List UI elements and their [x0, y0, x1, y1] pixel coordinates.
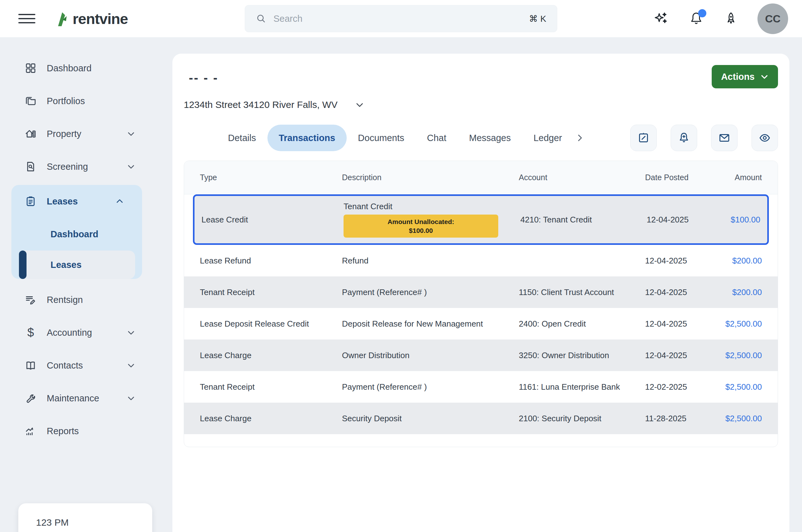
cell-description: Security Deposit	[342, 414, 519, 423]
table-row[interactable]: Lease Deposit Release CreditDeposit Rele…	[184, 308, 778, 340]
sidebar-label: Dashboard	[47, 63, 92, 74]
maintenance-wrench-icon	[24, 392, 37, 405]
mail-icon	[718, 131, 731, 145]
sidebar-footer-clock: 123 PM	[18, 503, 152, 532]
tab-ledger[interactable]: Ledger	[522, 125, 573, 151]
user-avatar[interactable]: CC	[758, 3, 788, 34]
edit-note-button[interactable]	[630, 125, 657, 151]
cell-account: 2400: Open Credit	[519, 319, 645, 329]
topbar: rentvine ⌘ K	[0, 0, 802, 37]
accounting-dollar-icon: $	[24, 326, 37, 339]
sidebar-item-property[interactable]: Property	[0, 117, 153, 150]
cell-amount[interactable]: $2,500.00	[724, 319, 762, 329]
sparkles-icon	[654, 11, 669, 26]
chevron-down-icon	[127, 361, 135, 369]
table-row[interactable]: Lease ChargeOwner Distribution3250: Owne…	[184, 340, 778, 371]
rentvine-logo[interactable]: rentvine	[53, 10, 128, 27]
whats-new-button[interactable]	[723, 11, 739, 27]
actions-label: Actions	[721, 72, 755, 82]
tab-transactions[interactable]: Transactions	[268, 125, 347, 151]
global-search[interactable]: ⌘ K	[245, 5, 557, 32]
ai-assistant-button[interactable]	[653, 11, 670, 27]
sidebar-item-contacts[interactable]: Contacts	[0, 349, 153, 382]
chevron-up-icon	[115, 197, 124, 205]
sidebar-item-dashboard[interactable]: Dashboard	[0, 52, 153, 84]
sidebar-label: Accounting	[47, 327, 92, 338]
sidebar-label: Screening	[47, 162, 88, 172]
cell-type: Lease Credit	[201, 215, 344, 225]
portfolios-folder-icon	[24, 94, 37, 108]
hamburger-menu-button[interactable]	[18, 12, 35, 25]
sidebar-item-reports[interactable]: Reports	[0, 415, 153, 448]
column-header-type: Type	[200, 173, 342, 182]
search-input[interactable]	[273, 14, 522, 24]
table-row[interactable]: Lease RefundRefund12-04-2025$200.00	[184, 245, 778, 277]
cell-amount[interactable]: $2,500.00	[724, 350, 762, 360]
eye-icon	[758, 131, 771, 145]
table-row[interactable]: Lease ChargeSecurity Deposit2100: Securi…	[184, 403, 778, 434]
description-text: Owner Distribution	[342, 350, 519, 360]
add-reminder-button[interactable]	[671, 125, 697, 151]
cell-date-posted: 12-02-2025	[645, 382, 724, 392]
sidebar-item-leases[interactable]: Leases	[11, 185, 142, 218]
cell-amount[interactable]: $2,500.00	[724, 414, 762, 423]
sidebar-item-maintenance[interactable]: Maintenance	[0, 382, 153, 415]
sidebar-group-leases: Leases Dashboard Leases	[11, 185, 142, 279]
cell-date-posted: 12-04-2025	[645, 256, 724, 266]
reports-chart-icon	[24, 424, 37, 438]
leases-clipboard-icon	[24, 195, 37, 208]
tabs-overflow-chevron-right-icon[interactable]	[575, 133, 584, 142]
chevron-down-icon	[127, 130, 135, 138]
cell-account: 3250: Owner Distribution	[519, 350, 645, 360]
sidebar-subitem-leases-dashboard[interactable]: Dashboard	[11, 218, 142, 250]
cell-description: Deposit Release for New Management	[342, 319, 519, 329]
description-text: Payment (Reference# )	[342, 382, 519, 392]
sidebar-subitem-leases-leases[interactable]: Leases	[19, 250, 135, 279]
table-row[interactable]: Tenant ReceiptPayment (Reference# )1161:…	[184, 371, 778, 403]
cell-amount[interactable]: $200.00	[724, 287, 762, 297]
cell-type: Lease Refund	[200, 256, 342, 266]
property-house-icon	[24, 127, 37, 140]
cell-amount[interactable]: $2,500.00	[724, 382, 762, 392]
brand-name: rentvine	[73, 10, 128, 27]
transactions-table-body: Lease CreditTenant CreditAmount Unalloca…	[184, 194, 778, 434]
bell-plus-icon	[677, 131, 691, 145]
cell-description: Refund	[342, 256, 519, 266]
table-row[interactable]: Tenant ReceiptPayment (Reference# )1150:…	[184, 277, 778, 308]
tab-details[interactable]: Details	[217, 125, 268, 151]
tab-messages[interactable]: Messages	[458, 125, 522, 151]
sidebar-label: Portfolios	[47, 96, 85, 106]
cell-account: 1161: Luna Enterprise Bank	[519, 382, 645, 392]
cell-description: Owner Distribution	[342, 350, 519, 360]
cell-type: Tenant Receipt	[200, 287, 342, 297]
sidebar-label: Reports	[47, 426, 79, 436]
tab-documents[interactable]: Documents	[347, 125, 416, 151]
screening-doc-search-icon	[24, 160, 37, 173]
sidebar-item-accounting[interactable]: $ Accounting	[0, 316, 153, 349]
sidebar-label: Rentsign	[47, 295, 83, 305]
cell-date-posted: 12-04-2025	[645, 319, 724, 329]
rentsign-signature-icon	[24, 293, 37, 306]
chevron-down-icon	[127, 394, 135, 402]
tab-chat[interactable]: Chat	[416, 125, 457, 151]
dashboard-grid-icon	[24, 61, 37, 75]
watch-button[interactable]	[751, 125, 778, 151]
cell-type: Lease Charge	[200, 350, 342, 360]
cell-account: 1150: Client Trust Account	[519, 287, 645, 297]
cell-amount[interactable]: $100.00	[726, 215, 760, 225]
search-icon	[256, 13, 267, 24]
clipboard-edit-icon	[637, 131, 650, 145]
notification-dot	[698, 9, 706, 17]
actions-button[interactable]: Actions	[712, 65, 778, 88]
sidebar-item-portfolios[interactable]: Portfolios	[0, 84, 153, 117]
notifications-button[interactable]	[688, 11, 705, 27]
cell-account: 2100: Security Deposit	[519, 414, 645, 423]
send-email-button[interactable]	[711, 125, 737, 151]
sidebar-item-screening[interactable]: Screening	[0, 150, 153, 183]
column-header-description: Description	[342, 173, 519, 182]
cell-amount[interactable]: $200.00	[724, 256, 762, 266]
sidebar-item-rentsign[interactable]: Rentsign	[0, 283, 153, 316]
column-header-account: Account	[519, 173, 645, 182]
table-row-selected[interactable]: Lease CreditTenant CreditAmount Unalloca…	[193, 194, 769, 245]
lease-address-selector[interactable]: 1234th Street 34120 River Falls, WV	[184, 99, 364, 110]
